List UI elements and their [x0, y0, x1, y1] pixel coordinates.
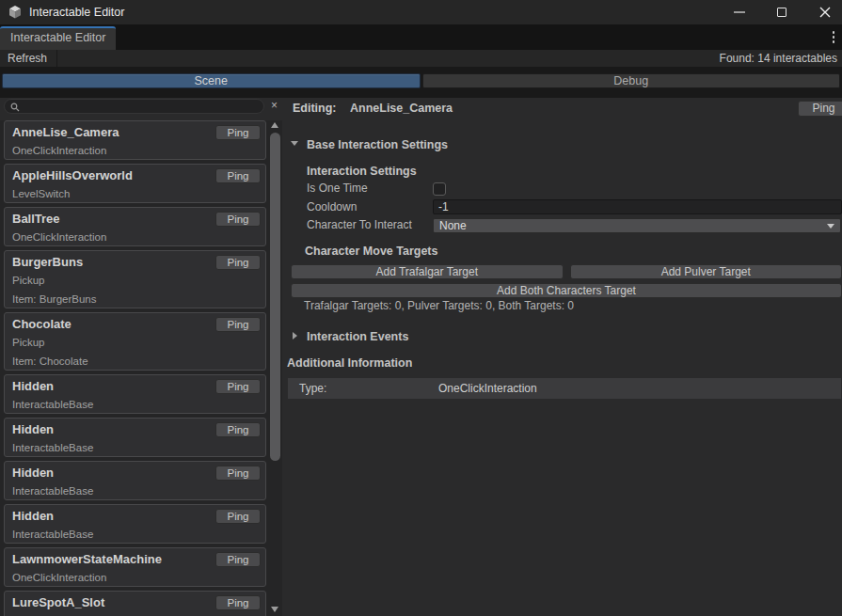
chevron-down-icon: [827, 224, 834, 229]
interaction-settings-header: Interaction Settings: [307, 165, 417, 178]
list-item[interactable]: AppleHillsOverworld Ping LevelSwitch: [4, 164, 266, 203]
list-scrollbar[interactable]: [268, 120, 282, 616]
foldout-collapsed-icon: [293, 332, 297, 340]
is-one-time-label: Is One Time: [307, 182, 368, 195]
interactable-list-pane: × AnneLise_Camera Ping OneClickInteracti…: [0, 98, 282, 616]
close-icon: [819, 7, 831, 18]
list-item-title: Hidden: [12, 422, 54, 436]
list-item[interactable]: Hidden Ping InteractableBase: [4, 374, 266, 414]
foldout-expanded-icon: [291, 141, 298, 146]
type-label: Type:: [299, 378, 326, 399]
inspector-ping-button[interactable]: Ping: [798, 101, 842, 117]
search-clear-button[interactable]: ×: [266, 98, 282, 115]
scroll-up-icon[interactable]: [271, 122, 278, 128]
content-area: × AnneLise_Camera Ping OneClickInteracti…: [0, 98, 842, 616]
interactable-list: AnneLise_Camera Ping OneClickInteraction…: [0, 120, 268, 616]
minimize-button[interactable]: [723, 0, 755, 24]
list-item[interactable]: LureSpotA_Slot Ping: [4, 591, 266, 616]
list-item-subtitle: InteractableBase: [5, 482, 265, 501]
ping-button[interactable]: Ping: [215, 422, 261, 437]
close-button[interactable]: [809, 0, 841, 24]
list-item[interactable]: Hidden Ping InteractableBase: [4, 504, 266, 544]
list-item[interactable]: BurgerBuns Ping PickupItem: BurgerBuns: [4, 250, 266, 308]
list-item[interactable]: AnneLise_Camera Ping OneClickInteraction: [4, 120, 266, 160]
editing-value: AnneLise_Camera: [350, 102, 453, 115]
list-item[interactable]: Chocolate Ping PickupItem: Chocolate: [4, 312, 266, 371]
maximize-icon: [777, 8, 786, 17]
dropdown-value: None: [439, 219, 467, 232]
list-item-subtitle: InteractableBase: [5, 526, 265, 545]
ping-button[interactable]: Ping: [215, 255, 261, 270]
ping-button[interactable]: Ping: [215, 595, 261, 610]
list-item-subtitle: OneClickInteraction: [5, 569, 265, 588]
list-item[interactable]: Hidden Ping InteractableBase: [4, 461, 266, 500]
list-item[interactable]: LawnmowerStateMachine Ping OneClickInter…: [4, 547, 266, 587]
list-item-subtitle: InteractableBase: [5, 396, 265, 415]
base-interaction-settings-foldout[interactable]: Base Interaction Settings: [307, 138, 448, 151]
minimize-icon: [734, 11, 745, 13]
list-item-subtitle: InteractableBase: [5, 439, 265, 458]
search-icon: [10, 103, 20, 112]
type-value: OneClickInteraction: [438, 378, 537, 399]
list-item-subtitle: Item: Chocolate: [5, 353, 265, 371]
list-item-title: BallTree: [12, 212, 60, 226]
interaction-events-foldout[interactable]: Interaction Events: [307, 330, 408, 343]
search-input[interactable]: [4, 99, 264, 114]
dock-tabstrip: Interactable Editor: [0, 24, 842, 50]
add-both-characters-target-button[interactable]: Add Both Characters Target: [291, 283, 842, 298]
list-item-subtitle: LevelSwitch: [5, 185, 265, 204]
type-row: Type: OneClickInteraction: [288, 378, 841, 399]
kebab-menu-icon[interactable]: [829, 31, 838, 46]
is-one-time-checkbox[interactable]: [433, 182, 446, 196]
ping-button[interactable]: Ping: [215, 212, 261, 227]
toolbar: Refresh Found: 14 interactables: [0, 50, 842, 67]
foldout-label: Interaction Events: [307, 330, 408, 343]
targets-summary: Trafalgar Targets: 0, Pulver Targets: 0,…: [304, 299, 574, 312]
list-item-title: AppleHillsOverworld: [12, 168, 133, 182]
view-tabs: Scene Debug: [0, 72, 842, 89]
ping-button[interactable]: Ping: [215, 317, 261, 332]
cooldown-label: Cooldown: [307, 200, 357, 213]
list-item-title: LawnmowerStateMachine: [12, 552, 162, 566]
character-to-interact-dropdown[interactable]: None: [433, 218, 841, 233]
maximize-button[interactable]: [766, 0, 798, 24]
scrollbar-thumb[interactable]: [270, 133, 280, 461]
window-title: Interactable Editor: [29, 0, 124, 24]
cooldown-input[interactable]: -1: [433, 199, 842, 214]
ping-button[interactable]: Ping: [215, 552, 261, 567]
list-item-subtitle: Item: BurgerBuns: [5, 291, 265, 309]
tab-debug[interactable]: Debug: [422, 73, 841, 88]
search-row: ×: [0, 98, 282, 120]
ping-button[interactable]: Ping: [215, 379, 261, 394]
dock-tab-interactable-editor[interactable]: Interactable Editor: [0, 26, 116, 50]
list-item-title: Hidden: [12, 379, 54, 393]
dock-tab-label: Interactable Editor: [10, 31, 105, 44]
ping-button[interactable]: Ping: [215, 168, 261, 183]
list-item-title: LureSpotA_Slot: [12, 595, 104, 609]
window-titlebar: Interactable Editor: [0, 0, 842, 24]
list-item-subtitle: OneClickInteraction: [5, 229, 265, 247]
tab-scene[interactable]: Scene: [2, 73, 421, 88]
refresh-button[interactable]: Refresh: [0, 50, 57, 67]
ping-button[interactable]: Ping: [215, 509, 261, 524]
divider: [0, 89, 842, 98]
list-item-title: BurgerBuns: [12, 255, 83, 269]
ping-button[interactable]: Ping: [215, 125, 261, 140]
list-item[interactable]: BallTree Ping OneClickInteraction: [4, 207, 266, 246]
foldout-label: Base Interaction Settings: [307, 138, 448, 151]
found-count-label: Found: 14 interactables: [720, 50, 837, 67]
scroll-down-icon[interactable]: [271, 607, 278, 612]
inspector-pane: Editing: AnneLise_Camera Ping Base Inter…: [282, 98, 842, 616]
ping-button[interactable]: Ping: [215, 466, 261, 481]
add-trafalgar-target-button[interactable]: Add Trafalgar Target: [291, 264, 564, 279]
list-item[interactable]: Hidden Ping InteractableBase: [4, 418, 266, 457]
editing-label: Editing:: [293, 102, 337, 115]
unity-cube-icon: [8, 5, 23, 20]
list-item-subtitle: OneClickInteraction: [5, 142, 265, 161]
character-move-targets-header: Character Move Targets: [305, 245, 438, 258]
list-item-title: Chocolate: [12, 317, 71, 331]
additional-information-header: Additional Information: [287, 356, 412, 370]
list-item-title: AnneLise_Camera: [12, 125, 119, 139]
list-item-subtitle: Pickup: [5, 334, 265, 353]
add-pulver-target-button[interactable]: Add Pulver Target: [570, 264, 842, 279]
